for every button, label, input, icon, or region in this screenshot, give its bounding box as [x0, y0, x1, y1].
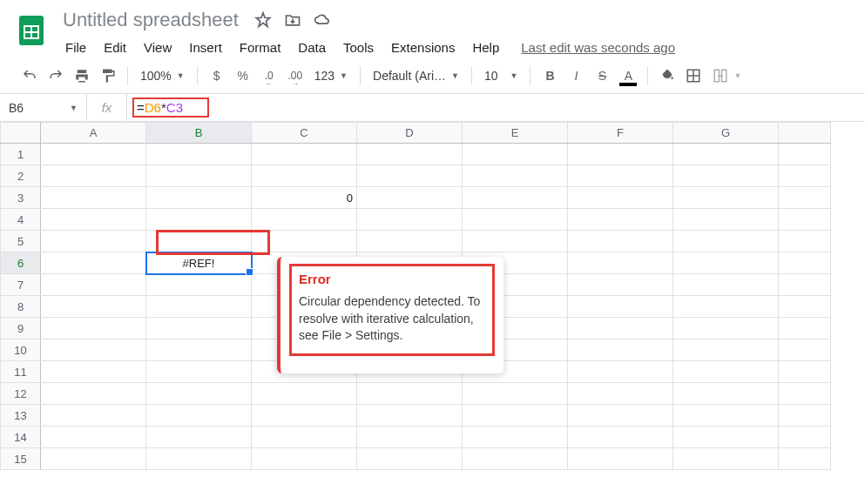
cell-A15[interactable]: [41, 448, 146, 470]
cell-G15[interactable]: [673, 448, 779, 470]
zoom-dropdown[interactable]: 100%▼: [135, 64, 190, 88]
menu-tools[interactable]: Tools: [335, 37, 382, 58]
cell-D13[interactable]: [357, 405, 463, 427]
cell-F14[interactable]: [568, 427, 673, 448]
text-color-button[interactable]: A: [616, 64, 640, 88]
row-header-4[interactable]: 4: [1, 209, 41, 231]
cell-E3[interactable]: [463, 187, 568, 209]
cell-G1[interactable]: [673, 144, 779, 165]
col-header-B[interactable]: B: [146, 123, 252, 144]
cell-E12[interactable]: [463, 383, 568, 405]
cell-C12[interactable]: [252, 383, 357, 405]
col-header-D[interactable]: D: [357, 123, 463, 144]
undo-button[interactable]: [17, 64, 42, 88]
cell-C2[interactable]: [252, 165, 357, 187]
cell-D4[interactable]: [357, 209, 463, 231]
row-header-5[interactable]: 5: [1, 231, 41, 252]
row-header-9[interactable]: 9: [1, 318, 41, 339]
cell-G10[interactable]: [673, 339, 779, 361]
cell-extra-7[interactable]: [779, 274, 831, 296]
cell-G11[interactable]: [673, 361, 779, 383]
menu-format[interactable]: Format: [232, 37, 289, 58]
cell-extra-12[interactable]: [779, 383, 831, 405]
cell-extra-3[interactable]: [779, 187, 831, 209]
row-header-14[interactable]: 14: [1, 427, 41, 448]
cell-G4[interactable]: [673, 209, 779, 231]
cell-F5[interactable]: [568, 231, 673, 252]
redo-button[interactable]: [44, 64, 68, 88]
cell-B13[interactable]: [146, 405, 252, 427]
row-header-2[interactable]: 2: [1, 165, 41, 187]
sheets-logo-icon[interactable]: [14, 12, 49, 47]
select-all-corner[interactable]: [1, 123, 41, 144]
cell-D5[interactable]: [357, 231, 463, 252]
row-header-7[interactable]: 7: [1, 274, 41, 296]
fill-color-button[interactable]: [655, 64, 679, 88]
cell-extra-8[interactable]: [779, 296, 831, 318]
cell-D2[interactable]: [357, 165, 463, 187]
cell-D12[interactable]: [357, 383, 463, 405]
cell-A12[interactable]: [41, 383, 146, 405]
number-format-dropdown[interactable]: 123▼: [309, 64, 353, 88]
cell-F11[interactable]: [568, 361, 673, 383]
document-title[interactable]: Untitled spreadsheet: [57, 7, 244, 33]
cell-extra-5[interactable]: [779, 231, 831, 252]
row-header-11[interactable]: 11: [1, 361, 41, 383]
cell-D3[interactable]: [357, 187, 463, 209]
cell-A14[interactable]: [41, 427, 146, 448]
cell-G14[interactable]: [673, 427, 779, 448]
cell-G12[interactable]: [673, 383, 779, 405]
cell-E4[interactable]: [463, 209, 568, 231]
cell-G7[interactable]: [673, 274, 779, 296]
borders-button[interactable]: [681, 64, 706, 88]
cell-extra-2[interactable]: [779, 165, 831, 187]
percent-button[interactable]: %: [231, 64, 255, 88]
row-header-15[interactable]: 15: [1, 448, 41, 470]
cell-G3[interactable]: [673, 187, 779, 209]
cell-extra-4[interactable]: [779, 209, 831, 231]
cell-F6[interactable]: [568, 252, 673, 274]
font-size-dropdown[interactable]: 10▼: [479, 64, 524, 88]
decrease-decimal-button[interactable]: .0←: [257, 64, 281, 88]
cell-C1[interactable]: [252, 144, 357, 165]
cell-D1[interactable]: [357, 144, 463, 165]
cloud-status-icon[interactable]: [314, 11, 331, 29]
cell-E13[interactable]: [463, 405, 568, 427]
cell-A4[interactable]: [41, 209, 146, 231]
cell-B8[interactable]: [146, 296, 252, 318]
col-header-A[interactable]: A: [41, 123, 146, 144]
cell-G2[interactable]: [673, 165, 779, 187]
italic-button[interactable]: I: [564, 64, 588, 88]
col-header-F[interactable]: F: [568, 123, 673, 144]
cell-extra-1[interactable]: [779, 144, 831, 165]
cell-F1[interactable]: [568, 144, 673, 165]
cell-E5[interactable]: [463, 231, 568, 252]
cell-B1[interactable]: [146, 144, 252, 165]
cell-F9[interactable]: [568, 318, 673, 339]
paint-format-button[interactable]: [96, 64, 120, 88]
cell-B15[interactable]: [146, 448, 252, 470]
cell-B3[interactable]: [146, 187, 252, 209]
cell-C4[interactable]: [252, 209, 357, 231]
cell-extra-9[interactable]: [779, 318, 831, 339]
cell-A13[interactable]: [41, 405, 146, 427]
cell-D14[interactable]: [357, 427, 463, 448]
cell-F15[interactable]: [568, 448, 673, 470]
cell-C3[interactable]: 0: [252, 187, 357, 209]
cell-E15[interactable]: [463, 448, 568, 470]
cell-A11[interactable]: [41, 361, 146, 383]
cell-B4[interactable]: [146, 209, 252, 231]
menu-file[interactable]: File: [57, 37, 94, 58]
currency-button[interactable]: $: [205, 64, 229, 88]
cell-C15[interactable]: [252, 448, 357, 470]
increase-decimal-button[interactable]: .00→: [283, 64, 307, 88]
cell-G9[interactable]: [673, 318, 779, 339]
cell-F3[interactable]: [568, 187, 673, 209]
cell-E14[interactable]: [463, 427, 568, 448]
cell-A8[interactable]: [41, 296, 146, 318]
cell-A9[interactable]: [41, 318, 146, 339]
col-header-G[interactable]: G: [673, 123, 779, 144]
menu-view[interactable]: View: [136, 37, 179, 58]
row-header-8[interactable]: 8: [1, 296, 41, 318]
strikethrough-button[interactable]: S: [590, 64, 614, 88]
